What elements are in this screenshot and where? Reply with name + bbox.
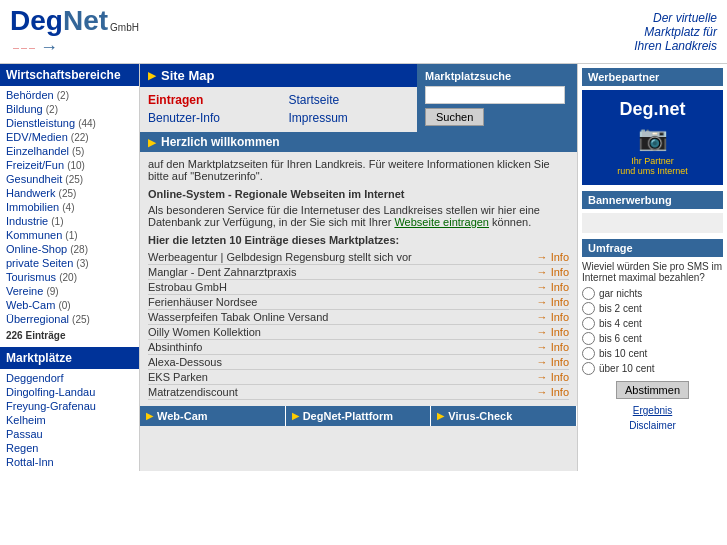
sidebar-item-industrie[interactable]: Industrie (1) bbox=[0, 214, 139, 228]
entry-info-link[interactable]: → Info bbox=[537, 311, 569, 323]
disclaimer-link[interactable]: Disclaimer bbox=[582, 420, 723, 431]
entry-name: Wasserpfeifen Tabak Online Versand bbox=[148, 311, 328, 323]
sidebar-item-handwerk[interactable]: Handwerk (25) bbox=[0, 186, 139, 200]
logo-net: Net bbox=[63, 5, 108, 37]
ergebnis-link[interactable]: Ergebnis bbox=[582, 405, 723, 416]
sidebar-item-vereine[interactable]: Vereine (9) bbox=[0, 284, 139, 298]
sitemap-link-startseite[interactable]: Startseite bbox=[289, 93, 410, 107]
degnet-platform-btn[interactable]: DegNet-Plattform bbox=[286, 406, 432, 426]
entry-name: Oilly Women Kollektion bbox=[148, 326, 261, 338]
sitemap-link-impressum[interactable]: Impressum bbox=[289, 111, 410, 125]
wirtschaftsbereiche-header: Wirtschaftsbereiche bbox=[0, 64, 139, 86]
markt-dingolfing[interactable]: Dingolfing-Landau bbox=[0, 385, 139, 399]
sidebar-item-kommunen[interactable]: Kommunen (1) bbox=[0, 228, 139, 242]
sitemap-row: Site Map Eintragen Startseite Benutzer-I… bbox=[140, 64, 577, 132]
markt-freyung[interactable]: Freyung-Grafenau bbox=[0, 399, 139, 413]
webseite-eintragen-link[interactable]: Webseite eintragen bbox=[394, 216, 489, 228]
markt-kelheim[interactable]: Kelheim bbox=[0, 413, 139, 427]
deg-tagline: Ihr Partner rund ums Internet bbox=[591, 156, 714, 176]
table-row: Alexa-Dessous → Info bbox=[148, 355, 569, 370]
marktsuche-box: Marktplatzsuche Suchen bbox=[417, 64, 577, 132]
entry-info-link[interactable]: → Info bbox=[537, 281, 569, 293]
sidebar-item-einzelhandel[interactable]: Einzelhandel (5) bbox=[0, 144, 139, 158]
camera-icon: 📷 bbox=[591, 124, 714, 152]
sidebar-item-bildung[interactable]: Bildung (2) bbox=[0, 102, 139, 116]
center-content: Site Map Eintragen Startseite Benutzer-I… bbox=[140, 64, 577, 471]
left-sidebar: Wirtschaftsbereiche Behörden (2) Bildung… bbox=[0, 64, 140, 471]
search-button[interactable]: Suchen bbox=[425, 108, 484, 126]
webcam-label: Web-Cam bbox=[157, 410, 208, 422]
entries-title: Hier die letzten 10 Einträge dieses Mark… bbox=[148, 234, 569, 246]
radio-10cent[interactable]: bis 10 cent bbox=[582, 347, 723, 360]
banner-placeholder bbox=[582, 213, 723, 233]
sitemap-header: Site Map bbox=[140, 64, 417, 87]
sidebar-item-edv[interactable]: EDV/Medien (22) bbox=[0, 130, 139, 144]
radio-4cent[interactable]: bis 4 cent bbox=[582, 317, 723, 330]
bannerwerbung-title: Bannerwerbung bbox=[582, 191, 723, 209]
table-row: EKS Parken → Info bbox=[148, 370, 569, 385]
logo-dash2: — bbox=[21, 45, 27, 51]
sitemap-content: Eintragen Startseite Benutzer-Info Impre… bbox=[140, 87, 417, 131]
tagline-line3: Ihren Landkreis bbox=[634, 39, 717, 53]
sidebar-item-online-shop[interactable]: Online-Shop (28) bbox=[0, 242, 139, 256]
radio-gar-nichts[interactable]: gar nichts bbox=[582, 287, 723, 300]
markt-deggendorf[interactable]: Deggendorf bbox=[0, 371, 139, 385]
search-input[interactable] bbox=[425, 86, 565, 104]
welcome-content: auf den Marktplatzseiten für Ihren Landk… bbox=[140, 152, 577, 406]
header: Deg Net GmbH — — — → Der virtuelle Markt… bbox=[0, 0, 727, 64]
entry-name: Manglar - Dent Zahnarztpraxis bbox=[148, 266, 297, 278]
logo-dash1: — bbox=[13, 45, 19, 51]
logo-deg: Deg bbox=[10, 5, 63, 37]
radio-over10cent[interactable]: über 10 cent bbox=[582, 362, 723, 375]
table-row: Manglar - Dent Zahnarztpraxis → Info bbox=[148, 265, 569, 280]
markt-regen[interactable]: Regen bbox=[0, 441, 139, 455]
sidebar-entries-count: 226 Einträge bbox=[0, 328, 139, 343]
sidebar-item-dienstleistung[interactable]: Dienstleistung (44) bbox=[0, 116, 139, 130]
sidebar-item-private[interactable]: private Seiten (3) bbox=[0, 256, 139, 270]
markt-passau[interactable]: Passau bbox=[0, 427, 139, 441]
table-row: Werbeagentur | Gelbdesign Regensburg ste… bbox=[148, 250, 569, 265]
sitemap-link-eintragen[interactable]: Eintragen bbox=[148, 93, 269, 107]
table-row: Ferienhäuser Nordsee → Info bbox=[148, 295, 569, 310]
entry-info-link[interactable]: → Info bbox=[537, 251, 569, 263]
sidebar-item-gesundheit[interactable]: Gesundheit (25) bbox=[0, 172, 139, 186]
entries-list: Werbeagentur | Gelbdesign Regensburg ste… bbox=[148, 250, 569, 400]
virus-check-btn[interactable]: Virus-Check bbox=[431, 406, 577, 426]
sidebar-item-immobilien[interactable]: Immobilien (4) bbox=[0, 200, 139, 214]
logo-dash3: — bbox=[29, 45, 35, 51]
sitemap-title: Site Map bbox=[161, 68, 214, 83]
right-sidebar: Werbepartner Deg.net 📷 Ihr Partner rund … bbox=[577, 64, 727, 471]
system-text2: können. bbox=[489, 216, 531, 228]
entry-info-link[interactable]: → Info bbox=[537, 296, 569, 308]
table-row: Matratzendiscount → Info bbox=[148, 385, 569, 400]
sitemap-link-benutzer[interactable]: Benutzer-Info bbox=[148, 111, 269, 125]
logo-wrapper: Deg Net GmbH — — — → bbox=[10, 5, 139, 58]
radio-6cent[interactable]: bis 6 cent bbox=[582, 332, 723, 345]
webcam-btn[interactable]: Web-Cam bbox=[140, 406, 286, 426]
welcome-header: Herzlich willkommen bbox=[140, 132, 577, 152]
sidebar-items: Behörden (2) Bildung (2) Dienstleistung … bbox=[0, 86, 139, 328]
platform-label: DegNet-Plattform bbox=[303, 410, 393, 422]
logo-arrow-icon: → bbox=[40, 37, 58, 58]
sidebar-item-ueberregional[interactable]: Überregional (25) bbox=[0, 312, 139, 326]
abstimmen-button[interactable]: Abstimmen bbox=[616, 381, 689, 399]
marktplaetze-header: Marktplätze bbox=[0, 347, 139, 369]
entry-info-link[interactable]: → Info bbox=[537, 266, 569, 278]
markt-rottal[interactable]: Rottal-Inn bbox=[0, 455, 139, 469]
entry-info-link[interactable]: → Info bbox=[537, 356, 569, 368]
radio-2cent[interactable]: bis 2 cent bbox=[582, 302, 723, 315]
entry-info-link[interactable]: → Info bbox=[537, 371, 569, 383]
entry-info-link[interactable]: → Info bbox=[537, 341, 569, 353]
sidebar-item-tourismus[interactable]: Tourismus (20) bbox=[0, 270, 139, 284]
sidebar-item-behoerden[interactable]: Behörden (2) bbox=[0, 88, 139, 102]
sidebar-item-freizeit[interactable]: Freizeit/Fun (10) bbox=[0, 158, 139, 172]
entry-name: Alexa-Dessous bbox=[148, 356, 222, 368]
entry-info-link[interactable]: → Info bbox=[537, 386, 569, 398]
entry-name: EKS Parken bbox=[148, 371, 208, 383]
entry-info-link[interactable]: → Info bbox=[537, 326, 569, 338]
sitemap-left: Site Map Eintragen Startseite Benutzer-I… bbox=[140, 64, 417, 132]
table-row: Estrobau GmbH → Info bbox=[148, 280, 569, 295]
sidebar-item-webcam[interactable]: Web-Cam (0) bbox=[0, 298, 139, 312]
entry-name: Matratzendiscount bbox=[148, 386, 238, 398]
deg-net-ad: Deg.net 📷 Ihr Partner rund ums Internet bbox=[582, 90, 723, 185]
